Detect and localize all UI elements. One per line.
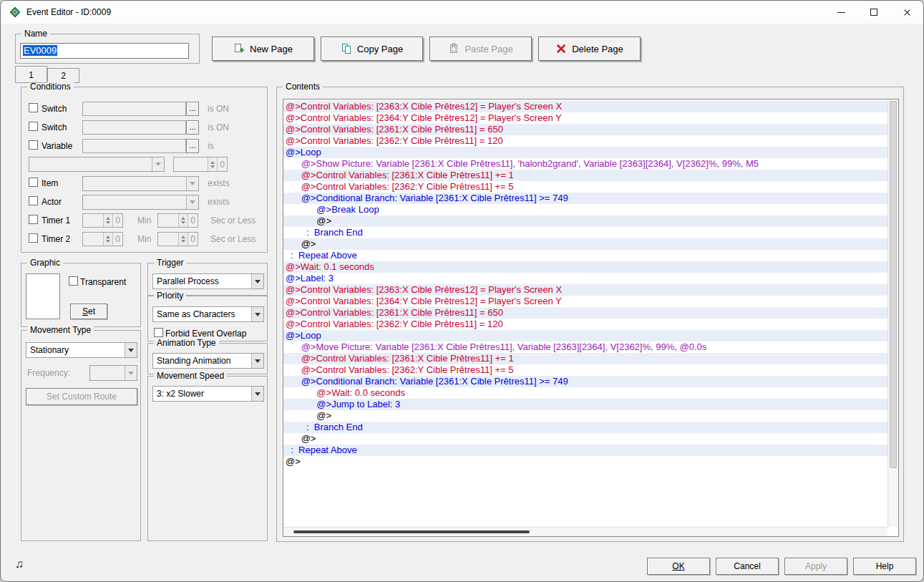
event-command-line[interactable]: @>Control Variables: [2362:Y Cible Prêtr… <box>283 181 887 193</box>
maximize-button[interactable] <box>857 1 890 24</box>
frequency-value <box>90 366 125 380</box>
vertical-scrollbar-thumb[interactable] <box>890 101 897 468</box>
switch2-checkbox[interactable] <box>29 122 38 131</box>
spinner-arrows-icon[interactable] <box>103 214 113 227</box>
set-graphic-button[interactable]: Set <box>70 304 107 319</box>
event-command-line[interactable]: @> <box>283 215 887 227</box>
event-command-line[interactable]: @>Conditional Branch: Variable [2361:X C… <box>283 376 887 387</box>
timer1-checkbox[interactable] <box>29 215 38 224</box>
actor-checkbox[interactable] <box>29 196 38 205</box>
movement-type-select[interactable]: Stationary <box>26 342 137 358</box>
event-command-line[interactable]: @>Break Loop <box>283 204 887 215</box>
transparent-checkbox[interactable] <box>69 276 78 286</box>
spinner-arrows-icon[interactable] <box>178 214 188 227</box>
priority-select[interactable]: Same as Characters <box>152 306 264 322</box>
event-command-line[interactable]: @>Wait: 0.0 seconds <box>283 387 887 399</box>
item-checkbox[interactable] <box>29 178 38 187</box>
copy-page-button[interactable]: Copy Page <box>321 37 423 61</box>
minimize-button[interactable] <box>825 1 857 24</box>
close-button[interactable] <box>890 1 923 24</box>
actor-select[interactable] <box>82 195 199 210</box>
item-select-value <box>83 177 186 190</box>
event-command-line[interactable]: : Branch End <box>283 422 887 433</box>
event-command-line[interactable]: @>Control Variables: [2364:Y Cible Prêtr… <box>283 296 887 307</box>
timer2-checkbox[interactable] <box>29 233 38 243</box>
horizontal-scrollbar[interactable] <box>283 527 887 536</box>
event-command-line[interactable]: @>Label: 3 <box>283 273 887 284</box>
forbid-event-overlap-checkbox[interactable] <box>154 328 163 337</box>
event-command-line[interactable]: @>Control Variables: [2364:Y Cible Prêtr… <box>283 112 887 124</box>
spinner-arrows-icon[interactable] <box>178 233 188 246</box>
event-command-line[interactable]: @>Move Picture: Variable [2361:X Cible P… <box>283 341 887 353</box>
horizontal-scrollbar-thumb[interactable] <box>293 530 530 533</box>
spinner-arrows-icon[interactable] <box>103 233 113 246</box>
apply-button[interactable]: Apply <box>784 558 847 575</box>
spinner-arrows-icon[interactable] <box>208 157 218 171</box>
cancel-button[interactable]: Cancel <box>716 558 779 575</box>
variable-operator-select[interactable] <box>29 157 165 172</box>
movement-speed-select[interactable]: 3: x2 Slower <box>152 386 264 402</box>
variable-browse-button[interactable]: ... <box>186 139 199 153</box>
switch1-label: Switch <box>42 104 67 114</box>
frequency-select[interactable] <box>89 365 137 381</box>
event-command-line[interactable]: : Repeat Above <box>283 250 887 261</box>
event-command-line[interactable]: @>Control Variables: [2361:X Cible Prêtr… <box>283 124 887 135</box>
timer2-sec-spinner[interactable]: 0 <box>157 232 198 246</box>
name-input[interactable]: EV0009 <box>20 43 189 59</box>
vertical-scrollbar[interactable] <box>887 100 898 527</box>
event-command-line[interactable]: @>Control Variables: [2362:Y Cible Prêtr… <box>283 319 887 330</box>
event-command-line[interactable]: @> <box>283 433 887 445</box>
event-command-line[interactable]: @>Loop <box>283 330 887 341</box>
event-command-line[interactable]: @>Control Variables: [2363:X Cible Prêtr… <box>283 101 887 112</box>
graphic-preview[interactable] <box>26 273 60 319</box>
event-command-line[interactable]: @> <box>283 410 887 422</box>
timer2-min-spinner[interactable]: 0 <box>82 232 123 246</box>
event-command-line[interactable]: @>Conditional Branch: Variable [2361:X C… <box>283 193 887 204</box>
animation-type-select[interactable]: Standing Animation <box>152 353 264 369</box>
help-button[interactable]: Help <box>853 558 916 575</box>
delete-page-button[interactable]: Delete Page <box>538 37 641 61</box>
trigger-select[interactable]: Parallel Process <box>152 273 264 289</box>
switch2-browse-button[interactable]: ... <box>186 120 199 135</box>
paste-page-button[interactable]: Paste Page <box>429 37 532 61</box>
event-command-line[interactable]: @>Control Variables: [2362:Y Cible Prêtr… <box>283 364 887 376</box>
timer1-min-spinner[interactable]: 0 <box>82 213 123 228</box>
switch2-input[interactable] <box>82 120 186 135</box>
variable-input[interactable] <box>82 139 186 153</box>
timer1-min-label: Min <box>137 215 151 225</box>
dropdown-arrow-icon <box>251 354 263 368</box>
timer1-label: Timer 1 <box>42 215 70 225</box>
event-command-line[interactable]: @>Control Variables: [2361:X Cible Prêtr… <box>283 307 887 319</box>
trigger-group-label: Trigger <box>154 258 187 268</box>
titlebar: Event Editor - ID:0009 <box>1 1 923 24</box>
switch1-browse-button[interactable]: ... <box>186 102 199 116</box>
tab-page-2[interactable]: 2 <box>47 68 79 83</box>
event-command-line[interactable]: @>Jump to Label: 3 <box>283 399 887 410</box>
timer1-sec-label: Sec or Less <box>210 215 256 225</box>
variable-checkbox[interactable] <box>29 140 38 150</box>
event-command-line[interactable]: @>Control Variables: [2363:X Cible Prêtr… <box>283 284 887 296</box>
set-custom-route-button[interactable]: Set Custom Route <box>26 388 137 405</box>
movement-type-value: Stationary <box>26 343 125 357</box>
event-command-line[interactable]: @>Show Picture: Variable [2361:X Cible P… <box>283 158 887 170</box>
copy-page-icon <box>341 43 352 54</box>
event-command-line[interactable]: : Repeat Above <box>283 445 887 456</box>
timer1-sec-spinner[interactable]: 0 <box>157 213 198 228</box>
event-command-line[interactable]: @> <box>283 238 887 250</box>
ok-button[interactable]: OK <box>647 558 710 575</box>
event-command-line[interactable]: @>Control Variables: [2362:Y Cible Prêtr… <box>283 135 887 147</box>
set-button-label: et <box>88 306 95 316</box>
tab-page-1[interactable]: 1 <box>15 66 47 83</box>
switch1-checkbox[interactable] <box>29 103 38 112</box>
event-command-line[interactable]: @> <box>283 456 887 467</box>
event-command-line[interactable]: : Branch End <box>283 227 887 238</box>
event-command-line[interactable]: @>Wait: 0.1 seconds <box>283 261 887 273</box>
event-command-list[interactable]: @>Control Variables: [2363:X Cible Prêtr… <box>283 99 899 537</box>
switch1-input[interactable] <box>82 102 186 116</box>
event-command-line[interactable]: @>Control Variables: [2361:X Cible Prêtr… <box>283 170 887 181</box>
item-select[interactable] <box>82 176 199 191</box>
event-command-line[interactable]: @>Control Variables: [2361:X Cible Prêtr… <box>283 353 887 364</box>
variable-value-spinner[interactable]: 0 <box>173 157 228 172</box>
event-command-line[interactable]: @>Loop <box>283 147 887 158</box>
new-page-button[interactable]: New Page <box>212 37 314 61</box>
